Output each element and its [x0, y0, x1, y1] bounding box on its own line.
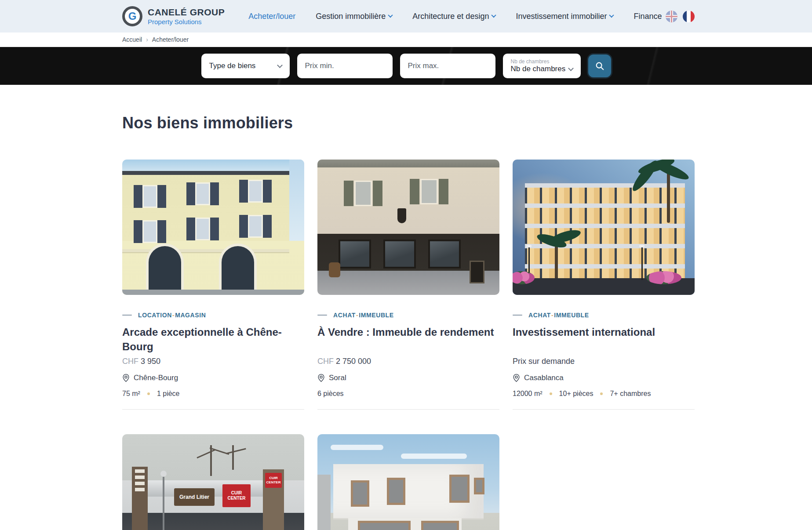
map-pin-icon [317, 374, 325, 382]
price-min-input[interactable] [305, 62, 385, 70]
map-pin-icon [122, 374, 130, 382]
nav-item-finance[interactable]: Finance [634, 12, 662, 21]
chevron-down-icon [609, 12, 614, 17]
listing-details: 75 m²1 pièce [122, 390, 304, 409]
dot-separator [600, 392, 603, 395]
listing-photo [513, 160, 695, 295]
category-row: LOCATION-MAGASIN [122, 312, 304, 319]
listing-card-white-house[interactable] [317, 434, 499, 530]
listing-location: Casablanca [513, 374, 695, 382]
property-type-select[interactable]: Type de biens [201, 54, 290, 78]
category-dash [122, 315, 132, 316]
listing-card-retail-mall[interactable]: Grand Litier CUIR CENTER CUIR CENTER [122, 434, 304, 530]
chevron-down-icon [388, 12, 393, 17]
dot-separator [550, 392, 552, 395]
store-sign-cuir-center: CUIR CENTER [222, 484, 251, 507]
dot-separator [147, 392, 150, 395]
price-max-input[interactable] [408, 62, 488, 70]
chevron-down-icon [492, 12, 496, 17]
listing-location: Soral [317, 374, 499, 382]
listing-photo: Grand Litier CUIR CENTER CUIR CENTER [122, 434, 304, 530]
brand-logo[interactable]: G CANELÉ GROUP Property Solutions [122, 6, 225, 26]
breadcrumb-bar: Accueil › Acheter/louer [0, 33, 812, 47]
listing-photo [317, 434, 499, 530]
chevron-down-icon [277, 62, 283, 68]
listing-title[interactable]: Investissement international [513, 325, 695, 354]
logo-icon: G [122, 6, 142, 26]
store-sign-grand-litier: Grand Litier [174, 488, 215, 506]
category-dash [317, 315, 327, 316]
category-row: ACHAT-IMMEUBLE [513, 312, 695, 319]
listing-card-immeuble-rendement[interactable]: ACHAT-IMMEUBLE À Vendre : Immeuble de re… [317, 160, 499, 410]
listings-grid: LOCATION-MAGASIN Arcade exceptionnelle à… [122, 160, 695, 530]
breadcrumb-accueil[interactable]: Accueil [122, 36, 142, 43]
breadcrumb-separator: › [146, 36, 148, 43]
breadcrumb-acheter-louer[interactable]: Acheter/louer [152, 36, 189, 43]
category-row: ACHAT-IMMEUBLE [317, 312, 499, 319]
store-sign-cuir-center: CUIR CENTER [265, 473, 282, 488]
top-header: G CANELÉ GROUP Property Solutions Achete… [0, 0, 812, 33]
listing-details: 12000 m² 10+ pièces 7+ chambres [513, 390, 695, 409]
listing-card-investissement-international[interactable]: ACHAT-IMMEUBLE Investissement internatio… [513, 160, 695, 410]
nav-item-architecture-design[interactable]: Architecture et design [412, 12, 495, 21]
listing-price: CHF3 950 [122, 357, 304, 366]
main-nav: Acheter/louer Gestion immobilière Archit… [248, 12, 662, 21]
france-flag[interactable] [683, 11, 695, 22]
chevron-down-icon [568, 65, 574, 71]
search-filter-band: Type de biens Nb de chambres Nb de chamb… [0, 47, 812, 85]
brand-name: CANELÉ GROUP [148, 7, 225, 18]
uk-flag[interactable] [666, 11, 677, 22]
map-pin-icon [513, 374, 520, 382]
price-min-field [297, 54, 393, 78]
nav-item-investissement-immobilier[interactable]: Investissement immobilier [516, 12, 613, 21]
search-icon [595, 61, 604, 71]
listing-price: CHF2 750 000 [317, 357, 499, 366]
listing-card-arcade-chene-bourg[interactable]: LOCATION-MAGASIN Arcade exceptionnelle à… [122, 160, 304, 410]
listing-details: 6 pièces [317, 390, 499, 409]
brand-tagline: Property Solutions [148, 18, 225, 25]
category-dash [513, 315, 522, 316]
search-button[interactable] [588, 54, 611, 77]
listing-location: Chêne-Bourg [122, 374, 304, 382]
page-title: Nos biens immobiliers [122, 114, 695, 132]
nav-item-acheter-louer[interactable]: Acheter/louer [248, 12, 295, 21]
listing-photo [317, 160, 499, 295]
rooms-select[interactable]: Nb de chambres Nb de chambres [503, 54, 581, 78]
listing-title[interactable]: Arcade exceptionnelle à Chêne-Bourg [122, 325, 304, 354]
price-max-field [400, 54, 495, 78]
listing-photo [122, 160, 304, 295]
breadcrumb: Accueil › Acheter/louer [122, 36, 189, 43]
listing-price: Prix sur demande [513, 357, 695, 366]
listing-title[interactable]: À Vendre : Immeuble de rendement [317, 325, 499, 354]
nav-item-gestion-immobiliere[interactable]: Gestion immobilière [316, 12, 392, 21]
